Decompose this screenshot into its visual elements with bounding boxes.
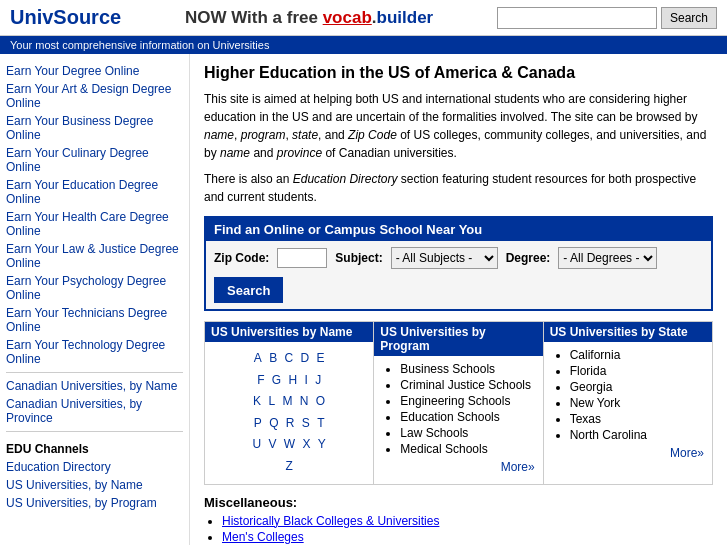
program-link-criminal[interactable]: Criminal Justice Schools	[400, 378, 531, 392]
sidebar-item-canadian-name[interactable]: Canadian Universities, by Name	[6, 377, 183, 395]
letter-x[interactable]: X	[303, 437, 311, 451]
col-by-program-header: US Universities by Program	[374, 322, 542, 356]
sidebar-item-culinary[interactable]: Earn Your Culinary Degree Online	[6, 144, 183, 176]
sidebar-item-edu-directory[interactable]: Education Directory	[6, 458, 183, 476]
letter-row-2: F G H I J	[213, 370, 365, 392]
list-item: Medical Schools	[400, 442, 534, 456]
program-link-medical[interactable]: Medical Schools	[400, 442, 487, 456]
state-more-link[interactable]: More»	[552, 446, 704, 460]
letter-z[interactable]: Z	[285, 459, 292, 473]
letter-a[interactable]: A	[254, 351, 262, 365]
program-link-law[interactable]: Law Schools	[400, 426, 468, 440]
sidebar-item-technicians[interactable]: Earn Your Technicians Degree Online	[6, 304, 183, 336]
col-by-state-header: US Universities by State	[544, 322, 712, 342]
letter-c[interactable]: C	[285, 351, 294, 365]
letter-e[interactable]: E	[317, 351, 325, 365]
state-link-california[interactable]: California	[570, 348, 621, 362]
headline-pre: NOW With a free	[185, 8, 323, 27]
list-item: Education Schools	[400, 410, 534, 424]
letter-n[interactable]: N	[300, 394, 309, 408]
sidebar-item-art[interactable]: Earn Your Art & Design Degree Online	[6, 80, 183, 112]
subject-label: Subject:	[335, 251, 382, 265]
sidebar-item-healthcare[interactable]: Earn Your Health Care Degree Online	[6, 208, 183, 240]
sidebar-divider-1	[6, 372, 183, 373]
program-list: Business Schools Criminal Justice School…	[382, 362, 534, 456]
find-school-search-button[interactable]: Search	[214, 277, 283, 303]
find-school-body: Zip Code: Subject: - All Subjects - Busi…	[206, 241, 711, 309]
misc-link-hbcu[interactable]: Historically Black Colleges & Universiti…	[222, 514, 439, 528]
sidebar-item-technology[interactable]: Earn Your Technology Degree Online	[6, 336, 183, 368]
subject-select[interactable]: - All Subjects - Business Art & Design C…	[391, 247, 498, 269]
search-area: Search	[497, 7, 717, 29]
letter-q[interactable]: Q	[269, 416, 278, 430]
letter-t[interactable]: T	[317, 416, 324, 430]
letter-row-5: U V W X Y	[213, 434, 365, 456]
list-item: Engineering Schools	[400, 394, 534, 408]
search-button[interactable]: Search	[661, 7, 717, 29]
sidebar: Earn Your Degree Online Earn Your Art & …	[0, 54, 190, 545]
degree-select[interactable]: - All Degrees - Associate Bachelor Maste…	[558, 247, 657, 269]
misc-link-mens[interactable]: Men's Colleges	[222, 530, 304, 544]
sidebar-item-degree-online[interactable]: Earn Your Degree Online	[6, 62, 183, 80]
letter-l[interactable]: L	[268, 394, 275, 408]
col-by-state: US Universities by State California Flor…	[544, 322, 712, 484]
content-area: Higher Education in the US of America & …	[190, 54, 727, 545]
sidebar-item-law[interactable]: Earn Your Law & Justice Degree Online	[6, 240, 183, 272]
letter-row-6: Z	[213, 456, 365, 478]
sidebar-item-business[interactable]: Earn Your Business Degree Online	[6, 112, 183, 144]
list-item: Business Schools	[400, 362, 534, 376]
letter-f[interactable]: F	[257, 373, 264, 387]
sidebar-item-psychology[interactable]: Earn Your Psychology Degree Online	[6, 272, 183, 304]
list-item: New York	[570, 396, 704, 410]
logo-source: Source	[53, 6, 121, 28]
list-item: Men's Colleges	[222, 530, 713, 544]
misc-list: Historically Black Colleges & Universiti…	[204, 514, 713, 545]
sidebar-item-canadian-province[interactable]: Canadian Universities, by Province	[6, 395, 183, 427]
letter-v[interactable]: V	[268, 437, 276, 451]
edu-channels-title: EDU Channels	[6, 436, 183, 458]
letter-row-1: A B C D E	[213, 348, 365, 370]
letter-i[interactable]: I	[305, 373, 308, 387]
letter-row-3: K L M N O	[213, 391, 365, 413]
letter-r[interactable]: R	[286, 416, 295, 430]
program-link-education[interactable]: Education Schools	[400, 410, 499, 424]
letter-m[interactable]: M	[283, 394, 293, 408]
program-more-link[interactable]: More»	[382, 460, 534, 474]
letter-s[interactable]: S	[302, 416, 310, 430]
letter-p[interactable]: P	[254, 416, 262, 430]
letter-b[interactable]: B	[269, 351, 277, 365]
intro-paragraph-1: This site is aimed at helping both US an…	[204, 90, 713, 162]
state-link-newyork[interactable]: New York	[570, 396, 621, 410]
state-link-northcarolina[interactable]: North Carolina	[570, 428, 647, 442]
letter-o[interactable]: O	[316, 394, 325, 408]
program-link-business[interactable]: Business Schools	[400, 362, 495, 376]
sidebar-item-us-by-program[interactable]: US Universities, by Program	[6, 494, 183, 512]
header-center: NOW With a free vocab.builder	[185, 8, 433, 28]
degree-label: Degree:	[506, 251, 551, 265]
col-by-name: US Universities by Name A B C D E F G H …	[205, 322, 374, 484]
sidebar-item-us-by-name[interactable]: US Universities, by Name	[6, 476, 183, 494]
letter-g[interactable]: G	[272, 373, 281, 387]
list-item: Criminal Justice Schools	[400, 378, 534, 392]
letter-w[interactable]: W	[284, 437, 295, 451]
header: UnivSource NOW With a free vocab.builder…	[0, 0, 727, 36]
page-title: Higher Education in the US of America & …	[204, 64, 713, 82]
search-input[interactable]	[497, 7, 657, 29]
letter-k[interactable]: K	[253, 394, 261, 408]
zip-input[interactable]	[277, 248, 327, 268]
intro-paragraph-2: There is also an Education Directory sec…	[204, 170, 713, 206]
list-item: Law Schools	[400, 426, 534, 440]
state-link-georgia[interactable]: Georgia	[570, 380, 613, 394]
program-link-engineering[interactable]: Engineering Schools	[400, 394, 510, 408]
three-columns: US Universities by Name A B C D E F G H …	[204, 321, 713, 485]
letter-d[interactable]: D	[301, 351, 310, 365]
main-layout: Earn Your Degree Online Earn Your Art & …	[0, 54, 727, 545]
letter-u[interactable]: U	[252, 437, 261, 451]
state-link-texas[interactable]: Texas	[570, 412, 601, 426]
letter-y[interactable]: Y	[318, 437, 326, 451]
sidebar-item-education[interactable]: Earn Your Education Degree Online	[6, 176, 183, 208]
logo-univ: Univ	[10, 6, 53, 28]
letter-j[interactable]: J	[315, 373, 321, 387]
state-link-florida[interactable]: Florida	[570, 364, 607, 378]
letter-h[interactable]: H	[289, 373, 298, 387]
